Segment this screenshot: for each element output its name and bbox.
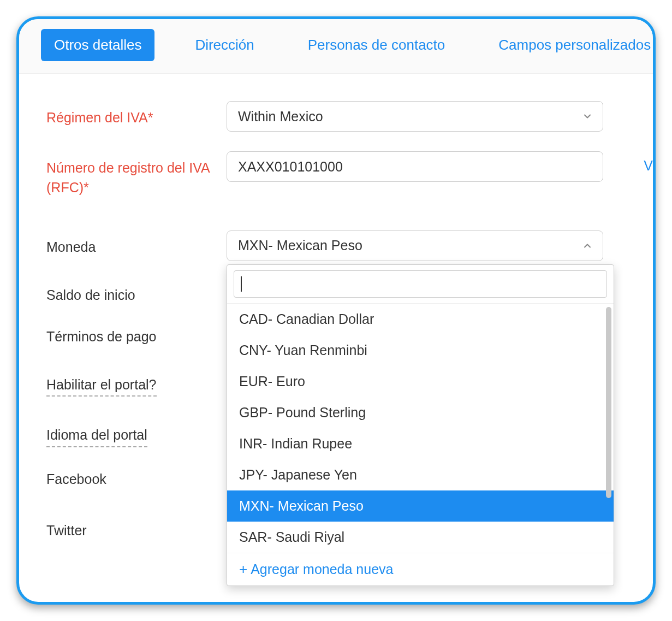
tab-personas-contacto[interactable]: Personas de contacto (295, 29, 459, 61)
form-body: Régimen del IVA* Within Mexico Número de… (19, 74, 653, 540)
label-opening-balance: Saldo de inicio (46, 281, 227, 305)
input-rfc[interactable]: XAXX010101000 (227, 151, 603, 182)
currency-option-jpy[interactable]: JPY- Japanese Yen (227, 459, 614, 490)
label-portal-language: Idioma del portal (46, 421, 147, 447)
label-enable-portal: Habilitar el portal? (46, 370, 157, 397)
currency-search-wrap (227, 265, 614, 304)
currency-option-cny[interactable]: CNY- Yuan Renminbi (227, 335, 614, 366)
chevron-down-icon (582, 111, 593, 122)
row-rfc: Número de registro del IVA (RFC)* XAXX01… (46, 151, 631, 198)
text-cursor-icon (241, 276, 242, 292)
label-facebook: Facebook (46, 465, 227, 489)
row-iva-regime: Régimen del IVA* Within Mexico (46, 101, 631, 132)
label-rfc: Número de registro del IVA (RFC)* (46, 151, 227, 198)
currency-search-input[interactable] (234, 270, 607, 298)
add-currency-button[interactable]: + Agregar moneda nueva (227, 553, 614, 585)
tabs-bar: Otros detalles Dirección Personas de con… (19, 19, 653, 74)
currency-option-mxn[interactable]: MXN- Mexican Peso (227, 490, 614, 522)
row-currency: Moneda MXN- Mexican Peso (46, 230, 631, 261)
currency-option-cad[interactable]: CAD- Canadian Dollar (227, 304, 614, 335)
add-currency-label: Agregar moneda nueva (251, 561, 393, 577)
select-iva-regime-value: Within Mexico (238, 109, 323, 125)
select-currency-value: MXN- Mexican Peso (238, 238, 362, 253)
label-currency: Moneda (46, 230, 227, 257)
label-twitter: Twitter (46, 516, 227, 540)
select-currency[interactable]: MXN- Mexican Peso (227, 230, 603, 261)
tab-campos-personalizados[interactable]: Campos personalizados (485, 29, 656, 61)
currency-dropdown-list: CAD- Canadian Dollar CNY- Yuan Renminbi … (227, 304, 614, 553)
currency-option-inr[interactable]: INR- Indian Rupee (227, 428, 614, 459)
currency-dropdown: CAD- Canadian Dollar CNY- Yuan Renminbi … (227, 264, 614, 586)
scrollbar-thumb[interactable] (606, 307, 611, 498)
input-rfc-value: XAXX010101000 (238, 159, 343, 175)
chevron-up-icon (582, 240, 593, 251)
rfc-side-action[interactable]: V (644, 158, 653, 174)
tab-direccion[interactable]: Dirección (182, 29, 267, 61)
tab-otros-detalles[interactable]: Otros detalles (41, 29, 154, 61)
currency-option-eur[interactable]: EUR- Euro (227, 366, 614, 397)
label-payment-terms: Términos de pago (46, 322, 227, 346)
select-iva-regime[interactable]: Within Mexico (227, 101, 603, 132)
window-frame: Otros detalles Dirección Personas de con… (16, 16, 656, 605)
plus-icon: + (239, 561, 247, 578)
label-iva-regime: Régimen del IVA* (46, 101, 227, 127)
currency-option-gbp[interactable]: GBP- Pound Sterling (227, 397, 614, 428)
currency-option-sar[interactable]: SAR- Saudi Riyal (227, 522, 614, 553)
